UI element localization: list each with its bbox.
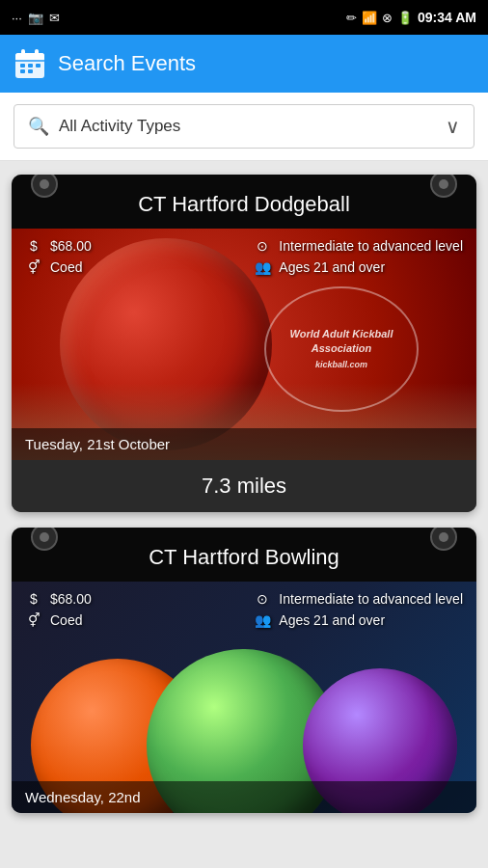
level-row: ⊙ Intermediate to advanced level xyxy=(254,238,463,254)
price-row: $ $68.00 xyxy=(25,238,92,254)
svg-rect-5 xyxy=(20,64,25,68)
group-icon-bowling: 👥 xyxy=(254,612,271,628)
svg-rect-9 xyxy=(28,69,33,73)
level-row-bowling: ⊙ Intermediate to advanced level xyxy=(254,591,463,607)
level-value: Intermediate to advanced level xyxy=(279,238,463,254)
age-value-bowling: Ages 21 and over xyxy=(279,612,385,628)
card-date-bowling: Wednesday, 22nd xyxy=(12,781,476,813)
info-col-right: ⊙ Intermediate to advanced level 👥 Ages … xyxy=(254,238,463,275)
card-image-bowling: $ $68.00 ⚥ Coed ⊙ Intermediate to advanc… xyxy=(12,582,476,813)
age-value: Ages 21 and over xyxy=(279,259,385,275)
card-info-top-bowling: $ $68.00 ⚥ Coed ⊙ Intermediate to advanc… xyxy=(12,582,476,628)
gender-row: ⚥ Coed xyxy=(25,259,92,275)
svg-rect-6 xyxy=(28,64,33,68)
age-row: 👥 Ages 21 and over xyxy=(254,259,463,275)
search-bar-container: 🔍 All Activity Types ∨ xyxy=(0,93,488,161)
info-col-left: $ $68.00 ⚥ Coed xyxy=(25,238,92,275)
main-content: CT Hartford Dodgeball World Adult Kickba… xyxy=(0,161,488,868)
edit-icon: ✏ xyxy=(346,11,357,25)
camera-icon: 📷 xyxy=(28,11,43,25)
gender-row-bowling: ⚥ Coed xyxy=(25,612,92,628)
svg-rect-3 xyxy=(35,49,39,57)
info-col-right-bowling: ⊙ Intermediate to advanced level 👥 Ages … xyxy=(254,591,463,628)
search-bar[interactable]: 🔍 All Activity Types ∨ xyxy=(14,104,474,149)
gender-icon: ⚥ xyxy=(25,259,42,275)
speedometer-icon: ⊙ xyxy=(254,238,271,254)
status-bar-left: ··· 📷 ✉ xyxy=(12,11,60,25)
battery-icon: 🔋 xyxy=(397,11,413,25)
speedometer-icon-bowling: ⊙ xyxy=(254,591,271,607)
svg-rect-8 xyxy=(20,69,25,73)
header-title: Search Events xyxy=(58,51,196,76)
group-icon: 👥 xyxy=(254,259,271,275)
event-card-dodgeball[interactable]: CT Hartford Dodgeball World Adult Kickba… xyxy=(12,175,476,512)
price-value-bowling: $68.00 xyxy=(50,591,92,607)
svg-rect-1 xyxy=(15,53,44,61)
gender-value-bowling: Coed xyxy=(50,612,82,628)
card-date-dodgeball: Tuesday, 21st October xyxy=(12,428,476,460)
card-pins-bowling xyxy=(12,528,476,551)
search-icon: 🔍 xyxy=(28,116,49,137)
card-info-overlay-dodgeball: $ $68.00 ⚥ Coed ⊙ Intermediate to advanc… xyxy=(12,229,476,460)
dollar-icon-bowling: $ xyxy=(25,591,42,607)
card-image-dodgeball: World Adult KickballAssociationkickball.… xyxy=(12,229,476,460)
pin-right-bowling xyxy=(430,528,457,551)
svg-rect-2 xyxy=(21,49,25,57)
mail-icon: ✉ xyxy=(49,11,60,25)
gender-value: Coed xyxy=(50,259,82,275)
activity-type-selector[interactable]: All Activity Types xyxy=(59,117,446,136)
svg-rect-7 xyxy=(36,64,41,68)
dropdown-arrow-icon[interactable]: ∨ xyxy=(446,115,460,138)
price-row-bowling: $ $68.00 xyxy=(25,591,92,607)
status-time: 09:34 AM xyxy=(418,10,476,25)
status-bar: ··· 📷 ✉ ✏ 📶 ⊗ 🔋 09:34 AM xyxy=(0,0,488,35)
dots-icon: ··· xyxy=(12,11,22,25)
info-col-left-bowling: $ $68.00 ⚥ Coed xyxy=(25,591,92,628)
card-pins-dodgeball xyxy=(12,175,476,198)
app-header: Search Events xyxy=(0,35,488,93)
dollar-icon: $ xyxy=(25,238,42,254)
level-value-bowling: Intermediate to advanced level xyxy=(279,591,463,607)
pin-left-bowling xyxy=(31,528,58,551)
event-card-bowling[interactable]: CT Hartford Bowling $ $68.00 ⚥ C xyxy=(12,528,476,813)
distance-footer-dodgeball: 7.3 miles xyxy=(12,460,476,512)
pin-left xyxy=(31,175,58,198)
card-info-top-dodgeball: $ $68.00 ⚥ Coed ⊙ Intermediate to advanc… xyxy=(12,229,476,275)
gender-icon-bowling: ⚥ xyxy=(25,612,42,628)
card-info-overlay-bowling: $ $68.00 ⚥ Coed ⊙ Intermediate to advanc… xyxy=(12,582,476,813)
signal-icon: ⊗ xyxy=(382,11,393,25)
status-bar-right: ✏ 📶 ⊗ 🔋 09:34 AM xyxy=(346,10,476,25)
app-logo xyxy=(14,47,46,80)
pin-right xyxy=(430,175,457,198)
wifi-icon: 📶 xyxy=(362,11,377,25)
age-row-bowling: 👥 Ages 21 and over xyxy=(254,612,463,628)
price-value: $68.00 xyxy=(50,238,92,254)
